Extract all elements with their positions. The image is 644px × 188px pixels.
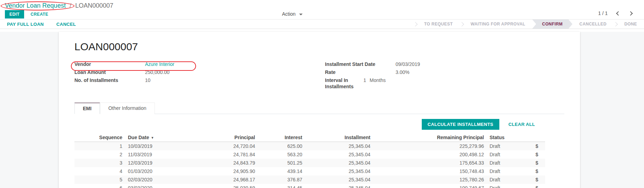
breadcrumb-parent-link[interactable]: Vendor Loan Request bbox=[5, 2, 66, 9]
cell-sequence[interactable]: 6 bbox=[74, 184, 125, 188]
status-step-confirm[interactable]: CONFIRM bbox=[532, 20, 572, 29]
cell-installment[interactable]: 25,345.04 bbox=[305, 142, 373, 151]
cell-sequence[interactable]: 2 bbox=[74, 150, 125, 159]
pay-full-loan-button[interactable]: PAY FULL LOAN bbox=[7, 22, 44, 27]
cell-remaining-principal[interactable]: 150,748.43 bbox=[373, 167, 487, 175]
caret-down-icon bbox=[299, 14, 303, 15]
cell-installment[interactable]: 25,345.04 bbox=[305, 184, 373, 188]
column-header-remaining-principal[interactable]: Remaining Principal bbox=[373, 133, 487, 142]
cell-due-date[interactable]: 03/03/2020 bbox=[125, 184, 172, 188]
field-value: 09/03/2019 bbox=[396, 61, 420, 67]
field-value: 250,000.00 bbox=[145, 69, 169, 75]
table-header-row: Sequence Due Date▼ Principal Interest In… bbox=[74, 133, 545, 142]
notebook-tabs: EMI Other Information bbox=[74, 103, 564, 114]
cell-interest[interactable]: 563.20 bbox=[258, 150, 305, 159]
tab-emi[interactable]: EMI bbox=[74, 103, 100, 114]
record-title: LOAN000007 bbox=[74, 41, 564, 53]
cell-sequence[interactable]: 1 bbox=[74, 142, 125, 151]
cell-principal[interactable]: 25,030.59 bbox=[172, 184, 258, 188]
cell-remaining-principal[interactable]: 100,749.67 bbox=[373, 184, 487, 188]
clear-all-button[interactable]: CLEAR ALL bbox=[508, 122, 535, 127]
pager-next-icon[interactable] bbox=[628, 11, 633, 16]
cell-interest[interactable]: 439.14 bbox=[258, 167, 305, 175]
status-step-cancelled[interactable]: CANCELLED bbox=[572, 20, 614, 29]
cell-due-date[interactable]: 10/03/2019 bbox=[125, 142, 172, 151]
cancel-button[interactable]: CANCEL bbox=[56, 22, 76, 27]
pay-installment-icon[interactable]: $ bbox=[529, 150, 545, 159]
action-dropdown-label: Action bbox=[282, 11, 296, 17]
vendor-link[interactable]: Azure Interior bbox=[145, 61, 174, 67]
pay-installment-icon[interactable]: $ bbox=[529, 142, 545, 151]
cell-installment[interactable]: 25,345.04 bbox=[305, 167, 373, 175]
field-column-right: Installment Start Date 09/03/2019 Rate 3… bbox=[325, 61, 564, 91]
cell-principal[interactable]: 24,781.84 bbox=[172, 150, 258, 159]
cell-interest[interactable]: 376.87 bbox=[258, 175, 305, 184]
field-label: Rate bbox=[325, 69, 396, 75]
cell-installment[interactable]: 25,345.04 bbox=[305, 159, 373, 167]
field-rate: Rate 3.00% bbox=[325, 69, 564, 75]
create-button[interactable]: CREATE bbox=[29, 10, 50, 18]
cell-remaining-principal[interactable]: 225,279.96 bbox=[373, 142, 487, 151]
status-step-done[interactable]: DONE bbox=[617, 20, 644, 29]
status-arrow-icon bbox=[460, 22, 464, 27]
field-installment-start-date: Installment Start Date 09/03/2019 bbox=[325, 61, 564, 67]
action-dropdown[interactable]: Action bbox=[282, 11, 303, 17]
column-header-due-date[interactable]: Due Date▼ bbox=[125, 133, 172, 142]
table-row[interactable]: 4 01/03/2020 24,905.90 439.14 25,345.04 … bbox=[74, 167, 545, 175]
column-header-installment[interactable]: Installment bbox=[305, 133, 373, 142]
edit-button[interactable]: EDIT bbox=[5, 10, 24, 18]
status-bar: TO REQUEST WAITING FOR APPROVAL CONFIRM … bbox=[413, 20, 644, 29]
breadcrumb-current: LOAN000007 bbox=[75, 2, 113, 9]
cell-principal[interactable]: 24,843.79 bbox=[172, 159, 258, 167]
calculate-installments-button[interactable]: CALCULATE INSTALLMENTS bbox=[422, 119, 499, 130]
pay-installment-icon[interactable]: $ bbox=[529, 175, 545, 184]
sort-descending-icon: ▼ bbox=[151, 136, 154, 140]
cell-installment[interactable]: 25,345.04 bbox=[305, 175, 373, 184]
status-step-to-request[interactable]: TO REQUEST bbox=[417, 20, 460, 29]
cell-status[interactable]: Draft bbox=[487, 159, 529, 167]
pay-installment-icon[interactable]: $ bbox=[529, 184, 545, 188]
cell-principal[interactable]: 24,905.90 bbox=[172, 167, 258, 175]
status-step-waiting-for-approval[interactable]: WAITING FOR APPROVAL bbox=[464, 20, 533, 29]
cell-sequence[interactable]: 4 bbox=[74, 167, 125, 175]
cell-status[interactable]: Draft bbox=[487, 167, 529, 175]
cell-due-date[interactable]: 12/03/2019 bbox=[125, 159, 172, 167]
pay-installment-icon[interactable]: $ bbox=[529, 167, 545, 175]
pay-installment-icon[interactable]: $ bbox=[529, 159, 545, 167]
cell-status[interactable]: Draft bbox=[487, 175, 529, 184]
table-row[interactable]: 5 02/03/2020 24,968.17 376.87 25,345.04 … bbox=[74, 175, 545, 184]
content-background: LOAN000007 Vendor Azure Interior Loan Am… bbox=[0, 32, 644, 188]
field-column-left: Vendor Azure Interior Loan Amount 250,00… bbox=[74, 61, 325, 91]
cell-status[interactable]: Draft bbox=[487, 142, 529, 151]
field-unit: Months bbox=[370, 77, 386, 90]
column-header-interest[interactable]: Interest bbox=[258, 133, 305, 142]
cell-principal[interactable]: 24,720.04 bbox=[172, 142, 258, 151]
field-label: No. of Installments bbox=[74, 77, 145, 83]
cell-due-date[interactable]: 01/03/2020 bbox=[125, 167, 172, 175]
table-row[interactable]: 1 10/03/2019 24,720.04 625.00 25,345.04 … bbox=[74, 142, 545, 151]
cell-status[interactable]: Draft bbox=[487, 184, 529, 188]
cell-interest[interactable]: 314.45 bbox=[258, 184, 305, 188]
cell-interest[interactable]: 501.25 bbox=[258, 159, 305, 167]
cell-remaining-principal[interactable]: 200,498.12 bbox=[373, 150, 487, 159]
cell-installment[interactable]: 25,345.04 bbox=[305, 150, 373, 159]
field-label: Vendor bbox=[74, 61, 145, 67]
cell-due-date[interactable]: 02/03/2020 bbox=[125, 175, 172, 184]
column-header-sequence[interactable]: Sequence bbox=[74, 133, 125, 142]
cell-interest[interactable]: 625.00 bbox=[258, 142, 305, 151]
pager-count: 1 / 1 bbox=[598, 10, 608, 16]
table-row[interactable]: 3 12/03/2019 24,843.79 501.25 25,345.04 … bbox=[74, 159, 545, 167]
table-row[interactable]: 2 11/03/2019 24,781.84 563.20 25,345.04 … bbox=[74, 150, 545, 159]
column-header-principal[interactable]: Principal bbox=[172, 133, 258, 142]
tab-other-information[interactable]: Other Information bbox=[100, 103, 155, 114]
cell-remaining-principal[interactable]: 125,780.26 bbox=[373, 175, 487, 184]
cell-sequence[interactable]: 3 bbox=[74, 159, 125, 167]
cell-status[interactable]: Draft bbox=[487, 150, 529, 159]
cell-due-date[interactable]: 11/03/2019 bbox=[125, 150, 172, 159]
pager-previous-icon[interactable] bbox=[616, 11, 621, 16]
cell-principal[interactable]: 24,968.17 bbox=[172, 175, 258, 184]
column-header-status[interactable]: Status bbox=[487, 133, 529, 142]
cell-remaining-principal[interactable]: 175,654.33 bbox=[373, 159, 487, 167]
table-row[interactable]: 6 03/03/2020 25,030.59 314.45 25,345.04 … bbox=[74, 184, 545, 188]
cell-sequence[interactable]: 5 bbox=[74, 175, 125, 184]
